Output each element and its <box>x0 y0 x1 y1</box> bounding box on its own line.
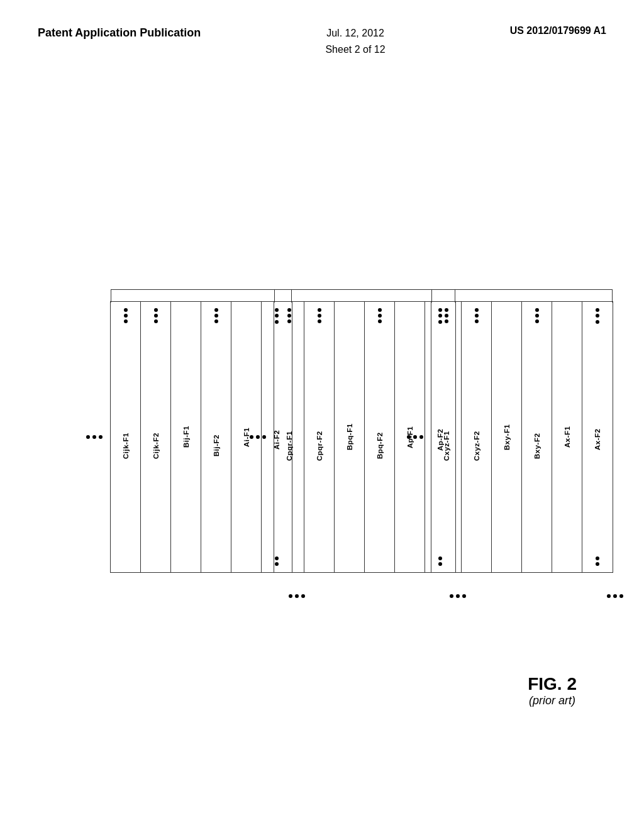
diagram-area: Cijk-F1 Cijk-F2 Bij-F1 <box>25 107 619 767</box>
label-bxy-f2: Bxy-F2 <box>533 326 541 566</box>
publication-label: Patent Application Publication <box>38 25 201 41</box>
group3-pre-dots <box>407 435 423 439</box>
label-cxyz-f1: Cxyz-F1 <box>443 326 450 566</box>
col-bpq-f1: Bpq-F1 <box>335 302 365 572</box>
label-bij-f2: Bij-F2 <box>213 326 220 566</box>
group2-post-dots <box>450 594 466 598</box>
label-cijk-f2: Cijk-F2 <box>152 326 160 566</box>
col-cpqr-f2: Cpqr-F2 <box>304 302 335 572</box>
label-cpqr-f1: Cpqr-F1 <box>286 326 293 566</box>
label-ax-f1: Ax-F1 <box>564 308 571 566</box>
col-cxyz-f1: Cxyz-F1 <box>431 302 462 572</box>
page-header: Patent Application Publication Jul. 12, … <box>0 0 644 70</box>
group3-table: Cxyz-F1 Cxyz-F2 Bxy-F1 <box>431 301 613 573</box>
label-bpq-f1: Bpq-F1 <box>346 308 353 566</box>
col-bij-f1: Bij-F1 <box>171 302 201 572</box>
label-cxyz-f2: Cxyz-F2 <box>473 326 480 566</box>
sheet-label: Sheet 2 of 12 <box>325 44 385 55</box>
col-cpqr-f1: Cpqr-F1 <box>274 302 304 572</box>
group1-post-dots <box>289 594 305 598</box>
label-ax-f2: Ax-F2 <box>594 325 601 554</box>
col-bxy-f2: Bxy-F2 <box>522 302 552 572</box>
fig-main-label: FIG. 2 <box>528 674 577 694</box>
label-ai-f1: Ai-F1 <box>243 308 250 566</box>
col-bpq-f2: Bpq-F2 <box>365 302 395 572</box>
col-ax-f2: Ax-F2 <box>582 302 613 572</box>
col-cijk-f2: Cijk-F2 <box>141 302 171 572</box>
date-label: Jul. 12, 2012 <box>326 28 384 38</box>
col-cijk-f1: Cijk-F1 <box>111 302 141 572</box>
col-ax-f1: Ax-F1 <box>552 302 582 572</box>
label-bpq-f2: Bpq-F2 <box>376 326 384 566</box>
figure-label: FIG. 2 (prior art) <box>528 674 577 707</box>
label-bxy-f1: Bxy-F1 <box>503 308 511 566</box>
fig-sub-label: (prior art) <box>528 694 577 707</box>
group3-post-dots <box>607 594 623 598</box>
col-bij-f2: Bij-F2 <box>201 302 231 572</box>
sheet-info: Jul. 12, 2012 Sheet 2 of 12 <box>325 25 385 57</box>
group1-pre-dots <box>86 435 103 439</box>
label-cpqr-f2: Cpqr-F2 <box>316 326 323 566</box>
label-cijk-f1: Cijk-F1 <box>122 326 130 566</box>
label-bij-f1: Bij-F1 <box>182 308 190 566</box>
col-cxyz-f2: Cxyz-F2 <box>462 302 492 572</box>
patent-number: US 2012/0179699 A1 <box>510 25 606 36</box>
group2-pre-dots <box>250 435 266 439</box>
col-bxy-f1: Bxy-F1 <box>492 302 522 572</box>
